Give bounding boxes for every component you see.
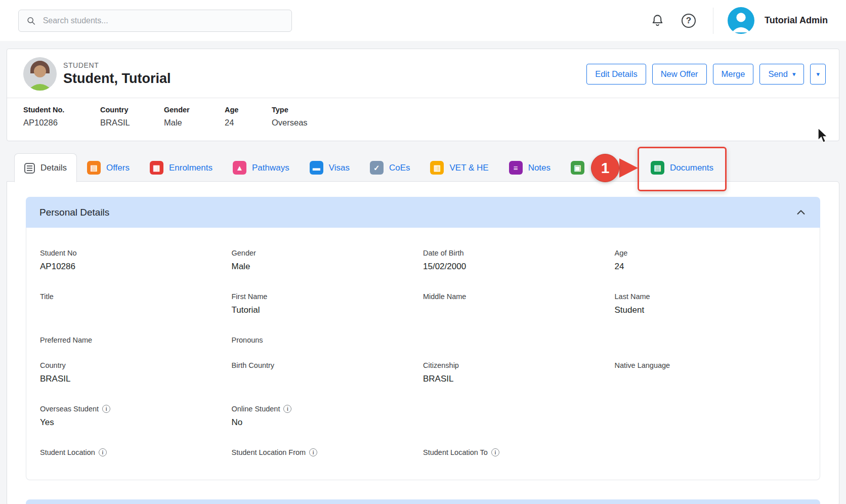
new-offer-button[interactable]: New Offer — [652, 64, 707, 85]
field-label: Title — [40, 292, 54, 301]
search-input[interactable] — [42, 16, 284, 26]
tab-label: Visas — [329, 163, 350, 173]
field-value — [40, 305, 232, 316]
field-age: Age 24 — [615, 249, 807, 272]
tab-documents[interactable]: ▤ Documents 1 — [641, 153, 724, 182]
field-value: No — [232, 417, 424, 428]
field-student-location-from: Student Location From i — [232, 448, 424, 456]
field-online-student: Online Student i No — [232, 405, 424, 428]
tab-visas[interactable]: ▬ Visas — [300, 153, 360, 182]
student-header-card: STUDENT Student, Tutorial Edit Details N… — [7, 49, 839, 141]
info-icon[interactable]: i — [491, 448, 499, 456]
user-avatar — [728, 7, 754, 34]
summary-student-no: Student No. AP10286 — [23, 106, 100, 128]
chevron-up-icon — [795, 207, 807, 218]
user-menu[interactable]: Tutorial Admin — [728, 7, 828, 34]
summary-label: Type — [272, 106, 308, 114]
offers-icon: ▤ — [87, 161, 101, 175]
info-icon[interactable]: i — [283, 405, 291, 413]
tab-vet-he[interactable]: ▥ VET & HE — [420, 153, 498, 182]
field-label: First Name — [232, 292, 268, 301]
field-value: BRASIL — [423, 374, 615, 385]
summary-age: Age 24 — [225, 106, 272, 128]
documents-icon: ▤ — [651, 161, 664, 175]
field-label: Birth Country — [232, 361, 275, 369]
field-student-no: Student No AP10286 — [40, 249, 232, 272]
summary-gender: Gender Male — [164, 106, 225, 128]
field-value — [615, 374, 807, 385]
field-date-of-birth: Date of Birth 15/02/2000 — [423, 249, 615, 272]
tab-notes[interactable]: ≡ Notes — [499, 153, 561, 182]
summary-label: Age — [225, 106, 272, 114]
student-avatar — [23, 57, 57, 91]
summary-type: Type Overseas — [272, 106, 308, 128]
tab-label: Offers — [106, 163, 130, 173]
field-gender: Gender Male — [232, 249, 424, 272]
personal-details-body: Student No AP10286 Gender Male Date of B… — [26, 228, 820, 480]
field-label: Student Location From — [232, 448, 306, 456]
pathways-icon: ▲ — [233, 161, 246, 175]
user-name: Tutorial Admin — [765, 15, 828, 26]
next-section-header[interactable] — [26, 499, 820, 504]
field-value: AP10286 — [40, 262, 232, 272]
field-title: Title — [40, 292, 232, 316]
send-button-label: Send — [768, 69, 788, 79]
visas-icon: ▬ — [310, 161, 323, 175]
tab-hidden[interactable]: ▣ — [561, 153, 641, 182]
tab-pathways[interactable]: ▲ Pathways — [223, 153, 300, 182]
field-value: Male — [232, 262, 424, 272]
field-label: Last Name — [615, 292, 650, 301]
summary-value: 24 — [225, 118, 272, 128]
tab-details[interactable]: Details — [14, 153, 77, 182]
field-label: Online Student — [232, 405, 280, 413]
help-button[interactable]: ? — [679, 11, 699, 31]
summary-label: Student No. — [23, 106, 100, 114]
summary-value: Overseas — [272, 118, 308, 128]
tab-label: Documents — [670, 163, 713, 173]
summary-value: Male — [164, 118, 225, 128]
caret-down-icon: ▾ — [816, 71, 820, 77]
personal-details-header[interactable]: Personal Details — [26, 197, 820, 228]
tab-label: Notes — [528, 163, 551, 173]
notes-icon: ≡ — [509, 161, 523, 175]
field-native-language: Native Language — [615, 361, 807, 385]
tab-coes[interactable]: ✓ CoEs — [360, 153, 420, 182]
edit-details-button[interactable]: Edit Details — [586, 64, 646, 85]
info-icon[interactable]: i — [102, 405, 110, 413]
field-label: Country — [40, 361, 66, 369]
field-birth-country: Birth Country — [232, 361, 424, 385]
topbar: ? Tutorial Admin — [0, 0, 846, 41]
more-actions-button[interactable]: ▾ — [810, 64, 826, 85]
help-icon: ? — [682, 14, 696, 28]
panel-title: Personal Details — [39, 207, 109, 218]
details-tab-content: Personal Details Student No AP10286 Gend… — [7, 181, 839, 504]
info-icon[interactable]: i — [309, 448, 317, 456]
tab-offers[interactable]: ▤ Offers — [77, 153, 140, 182]
field-last-name: Last Name Student — [615, 292, 807, 316]
search-box[interactable] — [18, 10, 292, 32]
enrolments-icon: ▦ — [150, 161, 163, 175]
summary-value: BRASIL — [100, 118, 164, 128]
field-label: Native Language — [615, 361, 670, 369]
info-icon[interactable]: i — [99, 448, 107, 456]
tab-enrolments[interactable]: ▦ Enrolments — [140, 153, 223, 182]
field-label: Student Location — [40, 448, 95, 456]
field-label: Student No — [40, 249, 77, 257]
field-first-name: First Name Tutorial — [232, 292, 424, 316]
topbar-divider — [713, 8, 713, 34]
tab-label: Enrolments — [169, 163, 213, 173]
send-button[interactable]: Send ▾ — [759, 64, 804, 85]
field-student-location-to: Student Location To i — [423, 448, 615, 456]
tab-label: Pathways — [252, 163, 289, 173]
summary-value: AP10286 — [23, 118, 100, 128]
notifications-button[interactable] — [648, 11, 667, 30]
field-citizenship: Citizenship BRASIL — [423, 361, 615, 385]
student-type-label: STUDENT — [63, 61, 171, 69]
merge-button[interactable]: Merge — [713, 64, 754, 85]
field-label: Date of Birth — [423, 249, 464, 257]
field-value: Yes — [40, 417, 232, 428]
summary-label: Country — [100, 106, 164, 114]
field-pronouns: Pronouns — [232, 336, 424, 344]
field-student-location: Student Location i — [40, 448, 232, 456]
bell-icon — [651, 14, 664, 27]
